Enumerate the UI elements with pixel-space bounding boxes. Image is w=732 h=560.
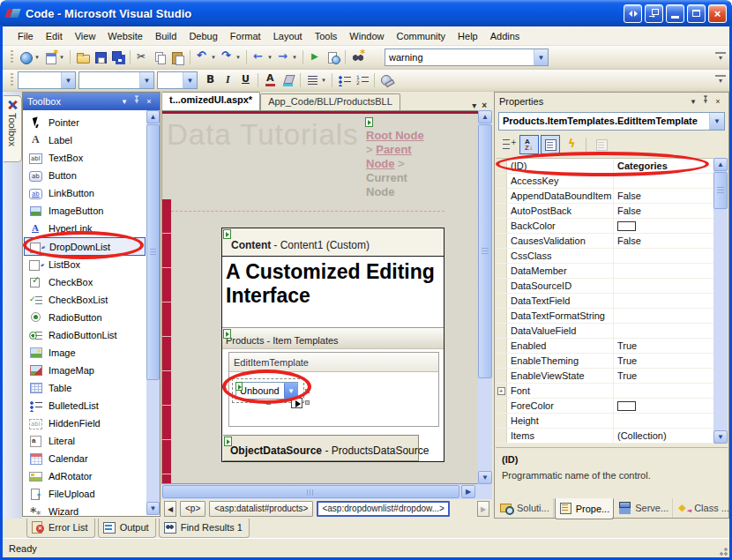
scrollbar-thumb[interactable] [713,172,728,209]
scroll-down-icon[interactable]: ▼ [478,471,492,484]
combo-arrow-icon[interactable]: ▼ [534,49,548,65]
resize-grip[interactable] [717,545,728,556]
font-combobox[interactable]: ▼ [78,71,154,89]
toolbox-side-tab[interactable]: Toolbox [4,95,22,162]
toolbox-item[interactable]: Pointer [24,114,146,131]
property-row[interactable]: AutoPostBack False [496,204,715,219]
toolbar-button[interactable]: ▾ [195,49,218,66]
property-value[interactable]: False [614,204,715,218]
toolbox-item[interactable]: RadioButton [24,309,146,326]
property-value[interactable]: False [614,234,715,248]
toolbox-item[interactable]: Wizard [24,503,146,515]
breadcrumb-link[interactable]: Root Node [366,129,424,142]
toolbox-item[interactable]: TextBox [24,149,146,167]
toolbox-item[interactable]: CheckBoxList [24,291,146,309]
auto-hide-pin-icon[interactable] [131,95,143,108]
toolbox-item[interactable]: Label [24,131,146,149]
property-value[interactable] [614,279,715,293]
toolbar-button[interactable]: ▾ [238,71,254,89]
property-row[interactable]: DataMember [496,264,715,279]
menu-item[interactable]: View [69,28,102,44]
toolbox-item[interactable]: Calendar [24,450,146,467]
content-placeholder[interactable]: Content - Content1 (Custom) A Customized… [221,228,444,462]
menu-item[interactable]: Window [343,28,390,44]
property-row[interactable]: AppendDataBoundItem False [496,189,715,204]
panel-tab[interactable]: Class ... [674,498,732,518]
dropdown-chevron-icon[interactable]: ▼ [284,383,297,399]
toolbox-item[interactable]: DropDownList [24,237,146,256]
tag-scroll-left-icon[interactable]: ◀ [164,501,176,517]
find-combobox-value[interactable]: warning [385,52,534,63]
properties-scrollbar[interactable]: ▲ ▼ [713,158,728,444]
property-value[interactable] [614,309,715,323]
property-row[interactable]: EnableTheming True [496,354,715,369]
toolbar-options-button[interactable]: ▾ [715,75,726,86]
maximize-button[interactable] [687,4,706,23]
property-value[interactable] [614,249,715,263]
menu-item[interactable]: Debug [183,28,223,44]
dropdown-arrow-icon[interactable]: ▾ [235,54,242,61]
property-row[interactable]: DataTextFormatString [496,309,715,324]
property-value[interactable] [614,414,715,428]
resize-handle[interactable] [266,400,271,405]
property-row[interactable]: CausesValidation False [496,234,715,249]
toolbox-item[interactable]: Table [24,379,146,397]
close-panel-icon[interactable]: × [712,95,724,108]
property-row[interactable]: Items (Collection) [496,429,715,444]
toolbar-button[interactable]: ▾ [355,71,370,89]
properties-toolbar-button[interactable] [562,135,581,154]
scroll-down-icon[interactable]: ▼ [713,430,728,444]
property-row[interactable]: (ID) Categories [496,159,715,174]
panel-tab[interactable]: Prope... [555,498,615,519]
toolbar-button[interactable]: ▾ [70,50,71,64]
toolbox-item[interactable]: CheckBox [24,273,146,291]
property-value[interactable]: True [614,369,715,383]
template-header[interactable]: EditItemTemplate [229,353,438,372]
menu-item[interactable]: Website [101,28,149,44]
property-row[interactable]: ForeColor [496,399,715,414]
minimize-button[interactable] [666,4,684,23]
property-value[interactable] [614,264,715,278]
properties-toolbar-button[interactable] [586,138,587,152]
toolbar-button[interactable]: ▾ [135,49,151,66]
close-document-icon[interactable]: × [482,101,487,110]
window-position-icon[interactable]: ▾ [687,95,699,108]
fontsize-combobox[interactable]: ▼ [157,71,198,89]
close-button[interactable]: × [708,4,727,23]
toolbar-button[interactable]: ▾ [220,49,243,66]
find-combobox[interactable]: warning ▼ [385,49,549,66]
dropdown-arrow-icon[interactable]: ▾ [210,54,217,61]
style-combobox[interactable]: ▼ [18,71,76,89]
property-value[interactable] [614,399,715,413]
toolbox-item[interactable]: Button [24,167,146,184]
expand-icon[interactable] [497,387,505,395]
menu-item[interactable]: Format [224,28,267,44]
scroll-up-icon[interactable]: ▲ [478,110,492,123]
design-vertical-scrollbar[interactable]: ▲ ▼ [478,110,492,484]
scroll-down-icon[interactable]: ▼ [146,502,160,515]
toolbox-item[interactable]: BulletedList [24,397,146,414]
menu-item[interactable]: Help [452,28,484,44]
toolbar-button[interactable]: ▾ [379,71,395,89]
toolbar-button[interactable]: ▾ [280,71,296,89]
properties-toolbar-button[interactable] [498,135,518,154]
toolbar-button[interactable]: ▾ [246,50,248,64]
toolbar-button[interactable]: ▾ [19,49,41,66]
toolbar-button[interactable]: ▾ [203,71,219,89]
panel-tab[interactable]: Error List [26,519,95,538]
toolbar-button[interactable]: ▾ [258,73,259,87]
toolbar-button[interactable]: ▾ [300,73,302,87]
properties-toolbar-button[interactable] [519,135,539,154]
property-row[interactable]: Enabled True [496,339,715,354]
toolbar-button[interactable]: ▾ [325,49,341,66]
pane-switch-button[interactable] [624,4,642,23]
window-position-icon[interactable]: ▾ [118,95,131,108]
property-row[interactable]: Height [496,414,715,429]
design-surface[interactable]: Data Tutorials Root Node > Parent Node >… [161,110,478,484]
panel-tab[interactable]: Find Results 1 [159,519,250,538]
menu-item[interactable]: Tools [309,28,344,44]
toolbar-button[interactable]: ▾ [350,49,366,66]
toolbox-item[interactable]: ListBox [24,256,146,273]
toolbox-item[interactable]: HyperLink [24,220,146,237]
design-horizontal-scrollbar[interactable]: ▶ [161,484,492,499]
